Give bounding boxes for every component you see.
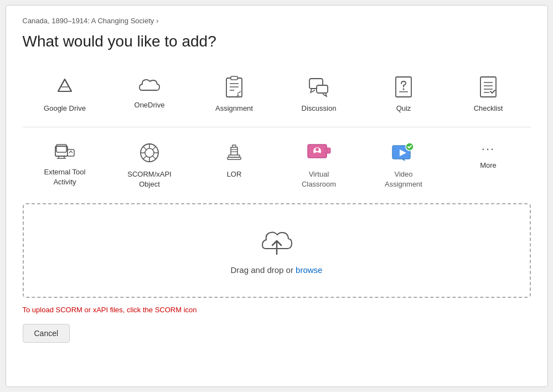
svg-rect-12 bbox=[317, 85, 328, 93]
onedrive-button[interactable]: OneDrive bbox=[107, 66, 192, 121]
google-drive-button[interactable]: Google Drive bbox=[23, 66, 107, 121]
scorm-note: To upload SCORM or xAPI files, click the… bbox=[23, 306, 531, 314]
breadcrumb[interactable]: Canada, 1890–1914: A Changing Society › bbox=[23, 17, 531, 25]
drop-zone-text: Drag and drop or browse bbox=[231, 265, 323, 275]
video-assignment-icon bbox=[391, 142, 416, 164]
discussion-label: Discussion bbox=[302, 104, 337, 114]
icon-grid-row1: Google Drive OneDrive Assignment bbox=[23, 66, 531, 121]
discussion-button[interactable]: Discussion bbox=[277, 66, 361, 121]
onedrive-label: OneDrive bbox=[135, 100, 165, 110]
checklist-icon bbox=[478, 76, 498, 98]
svg-rect-16 bbox=[480, 77, 496, 97]
quiz-button[interactable]: Quiz bbox=[361, 66, 446, 121]
svg-rect-21 bbox=[55, 146, 68, 156]
assignment-button[interactable]: Assignment bbox=[192, 66, 277, 121]
virtual-classroom-icon bbox=[306, 142, 332, 164]
svg-line-1 bbox=[58, 79, 65, 91]
drop-zone[interactable]: Drag and drop or browse bbox=[23, 203, 531, 298]
more-label: More bbox=[480, 161, 497, 171]
more-button[interactable]: ··· More bbox=[446, 132, 531, 197]
video-assignment-label: VideoAssignment bbox=[385, 169, 422, 189]
quiz-label: Quiz bbox=[396, 104, 411, 114]
svg-point-14 bbox=[403, 89, 405, 90]
external-tool-button[interactable]: External ToolActivity bbox=[23, 132, 107, 197]
assignment-label: Assignment bbox=[215, 104, 253, 114]
video-assignment-button[interactable]: VideoAssignment bbox=[361, 132, 446, 197]
checklist-label: Checklist bbox=[474, 104, 503, 114]
icon-grid-row2: External ToolActivity SCORM/xAPIObject bbox=[23, 132, 531, 197]
svg-marker-0 bbox=[58, 79, 71, 91]
checklist-button[interactable]: Checklist bbox=[446, 66, 531, 121]
virtual-classroom-label: VirtualClassroom bbox=[302, 169, 336, 189]
lor-button[interactable]: LOR bbox=[192, 132, 277, 197]
page-title: What would you like to add? bbox=[23, 33, 531, 50]
scorm-button[interactable]: SCORM/xAPIObject bbox=[107, 132, 192, 197]
svg-rect-9 bbox=[231, 76, 237, 80]
more-dots-icon: ··· bbox=[482, 142, 495, 156]
upload-cloud-icon bbox=[260, 226, 293, 257]
drag-drop-text: Drag and drop or bbox=[231, 265, 296, 275]
scorm-label: SCORM/xAPIObject bbox=[127, 169, 171, 189]
google-drive-label: Google Drive bbox=[44, 104, 86, 114]
svg-line-10 bbox=[237, 91, 241, 94]
assignment-icon bbox=[224, 76, 244, 98]
scorm-icon bbox=[138, 142, 161, 164]
breadcrumb-separator: › bbox=[156, 17, 158, 25]
onedrive-icon bbox=[138, 76, 161, 95]
svg-rect-5 bbox=[226, 78, 242, 97]
external-tool-icon bbox=[54, 142, 76, 162]
lor-icon bbox=[223, 142, 245, 164]
discussion-icon bbox=[308, 76, 330, 98]
browse-link[interactable]: browse bbox=[296, 265, 322, 275]
row-divider bbox=[23, 127, 531, 127]
svg-line-2 bbox=[65, 79, 71, 91]
modal-container: Canada, 1890–1914: A Changing Society › … bbox=[6, 5, 548, 387]
breadcrumb-text: Canada, 1890–1914: A Changing Society bbox=[23, 17, 154, 25]
svg-rect-34 bbox=[229, 155, 240, 157]
svg-point-39 bbox=[316, 148, 319, 151]
google-drive-icon bbox=[54, 76, 76, 98]
lor-label: LOR bbox=[227, 169, 242, 179]
external-tool-label: External ToolActivity bbox=[44, 167, 86, 187]
svg-rect-26 bbox=[68, 149, 74, 156]
quiz-icon bbox=[394, 76, 414, 98]
cancel-button[interactable]: Cancel bbox=[23, 324, 70, 343]
svg-rect-15 bbox=[399, 91, 408, 92]
virtual-classroom-button[interactable]: VirtualClassroom bbox=[277, 132, 361, 197]
